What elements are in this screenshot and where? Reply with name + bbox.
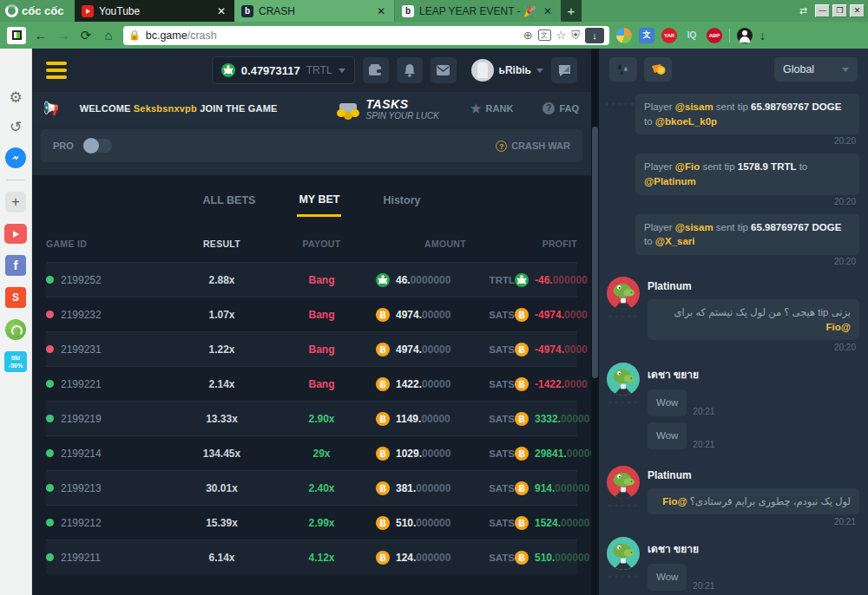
tab-my-bet[interactable]: MY BET <box>297 185 341 217</box>
notifications-button[interactable] <box>397 57 423 83</box>
tasks-banner[interactable]: TASKS SPIN YOUR LUCK <box>337 97 439 121</box>
col-amount: AMOUNT <box>376 239 515 249</box>
zoom-page-icon[interactable]: ⊕ <box>523 29 533 42</box>
scrollbar-thumb[interactable] <box>592 127 598 378</box>
table-row[interactable]: 2199214134.45x29xɃ1029.00000SATSɃ29841.0… <box>46 435 577 470</box>
address-bar[interactable]: 🔒 bc.game/crash ⊕ 文 ☆ ⛨ ↓ <box>123 26 609 45</box>
forward-button[interactable]: → <box>56 28 71 42</box>
chat-username[interactable]: เดชา ขยาย <box>648 366 859 382</box>
mention-link[interactable]: @Fio <box>662 496 687 507</box>
bcgame-favicon: b <box>402 5 414 17</box>
table-row[interactable]: 21992116.14x4.12xɃ124.000000SATSɃ510.000… <box>46 539 577 574</box>
tab-crash-active[interactable]: b CRASH ✕ <box>234 0 394 22</box>
chat-toggle-button[interactable] <box>551 57 577 83</box>
pro-toggle[interactable] <box>82 139 112 153</box>
shopee-shortcut-icon[interactable]: S <box>5 287 26 308</box>
table-row[interactable]: 21992321.07xBangɃ4974.00000SATSɃ-4974.00… <box>46 297 577 331</box>
crash-war-link[interactable]: ? CRASH WAR <box>496 141 570 152</box>
close-window-button[interactable]: ✕ <box>850 4 865 17</box>
mention-link[interactable]: @Fio <box>826 322 851 332</box>
add-shortcut-button[interactable]: + <box>5 192 26 212</box>
reload-button[interactable]: ⟳ <box>78 28 94 43</box>
tab-leap-year-event[interactable]: b LEAP YEAR EVENT - 🎉Event - ✕ <box>394 0 561 22</box>
translate-page-icon[interactable]: 文 <box>538 29 551 41</box>
tip-amount: 1578.9 TRTL <box>738 161 797 172</box>
chat-channel-select[interactable]: Global <box>774 57 858 82</box>
profile-avatar-icon[interactable] <box>737 28 753 43</box>
rating-stars: ★★★★★ <box>608 399 639 406</box>
mention-link[interactable]: @Platinum <box>644 176 696 186</box>
chat-username[interactable]: Platinum <box>648 469 859 481</box>
url-text[interactable]: bc.game/crash <box>146 29 217 42</box>
tiki-shortcut-icon[interactable]: tiki-50% <box>4 351 27 372</box>
tabstrip-spacer <box>582 0 799 22</box>
extension-iq-icon[interactable]: IQ <box>684 28 700 43</box>
page-scrollbar[interactable] <box>591 49 599 595</box>
tab-close-icon[interactable]: ✕ <box>215 5 227 17</box>
new-tab-button[interactable]: + <box>561 0 582 22</box>
download-page-button[interactable]: ↓ <box>585 28 604 43</box>
messenger-icon[interactable] <box>5 147 26 168</box>
extension-translate-icon[interactable]: 文 <box>639 28 654 43</box>
tab-close-icon[interactable]: ✕ <box>542 5 554 17</box>
hamburger-menu-icon[interactable] <box>46 62 67 79</box>
treasure-chest-icon <box>337 99 359 118</box>
extension-yar-icon[interactable]: YAR <box>661 28 677 43</box>
youtube-shortcut-icon[interactable] <box>4 224 27 244</box>
chat-username[interactable]: เดชา ขยาย <box>648 540 859 557</box>
restore-button[interactable]: ❐ <box>832 4 847 17</box>
coccoc-green-icon[interactable] <box>5 319 26 340</box>
coccoc-logo[interactable]: cốc cốc <box>0 0 75 22</box>
mail-icon <box>437 65 450 75</box>
home-button[interactable]: ⌂ <box>101 28 116 42</box>
mention-link[interactable]: @sisam <box>675 222 713 232</box>
welcome-username[interactable]: Seksbsnxvpb <box>134 103 197 114</box>
facebook-shortcut-icon[interactable]: f <box>5 255 26 276</box>
faq-button[interactable]: ? FAQ <box>542 102 579 114</box>
downloads-icon[interactable]: ↓ <box>760 29 766 42</box>
mention-link[interactable]: @X_sari <box>655 236 695 246</box>
svg-text:Ƀ: Ƀ <box>379 414 385 423</box>
tab-all-bets[interactable]: ALL BETS <box>201 186 258 215</box>
shield-icon[interactable]: ⛨ <box>571 29 580 42</box>
chat-fireball-button[interactable] <box>644 57 672 82</box>
mention-link[interactable]: @Fio <box>675 161 700 172</box>
chat-username[interactable]: Platinum <box>648 280 859 292</box>
mention-link[interactable]: @sisam <box>675 101 713 112</box>
game-id-cell: 2199219 <box>46 413 176 425</box>
table-row[interactable]: 219921215.39x2.99xɃ510.000000SATSɃ1524.0… <box>46 505 577 539</box>
rank-button[interactable]: ★ RANK <box>470 101 513 115</box>
sidebar-toggle-button[interactable] <box>7 27 26 44</box>
table-row[interactable]: 219921330.01x2.40xɃ381.000000SATSɃ914.00… <box>46 470 577 505</box>
back-button[interactable]: ← <box>33 28 49 42</box>
user-menu[interactable]: ьRibiь <box>471 59 543 82</box>
extension-adblock-icon[interactable]: ABP <box>707 28 722 43</box>
bets-table: GAME ID RESULT PAYOUT AMOUNT PROFIT 2199… <box>32 226 591 595</box>
table-row[interactable]: 219921913.33x2.90xɃ1149.00000SATSɃ3332.0… <box>46 401 577 435</box>
tab-youtube[interactable]: YouTube ✕ <box>75 0 234 22</box>
extension-wheel-icon[interactable] <box>616 28 632 43</box>
payout-cell: Bang <box>267 343 376 356</box>
minimize-button[interactable]: — <box>815 4 830 17</box>
crocodile-avatar-icon <box>607 363 640 396</box>
mention-link[interactable]: @bkoeL_k0p <box>655 116 717 127</box>
user-avatar[interactable] <box>607 537 640 570</box>
table-row[interactable]: 21992522.88xBang46.0000000TRTL-46.000000… <box>46 262 577 297</box>
wallet-button[interactable] <box>363 57 389 83</box>
amount-currency: SATS <box>489 483 515 494</box>
tab-history[interactable]: History <box>381 186 422 215</box>
tab-scroll-icon[interactable]: ⇄ <box>799 5 807 16</box>
user-avatar[interactable] <box>607 466 640 499</box>
messages-button[interactable] <box>431 57 457 83</box>
result-cell: 6.14x <box>176 552 267 564</box>
chat-rain-button[interactable] <box>609 57 637 82</box>
table-row[interactable]: 21992311.22xBangɃ4974.00000SATSɃ-4974.00… <box>46 331 577 366</box>
bookmark-star-icon[interactable]: ☆ <box>556 29 567 42</box>
user-avatar[interactable] <box>607 363 640 396</box>
tab-close-icon[interactable]: ✕ <box>375 5 387 17</box>
table-row[interactable]: 21992212.14xBangɃ1422.00000SATSɃ-1422.00… <box>46 366 577 401</box>
user-avatar[interactable] <box>607 277 640 310</box>
balance-selector[interactable]: 0.47973117 TRTL <box>212 56 355 84</box>
history-icon[interactable]: ↺ <box>10 118 22 136</box>
settings-gear-icon[interactable]: ⚙ <box>9 88 22 107</box>
